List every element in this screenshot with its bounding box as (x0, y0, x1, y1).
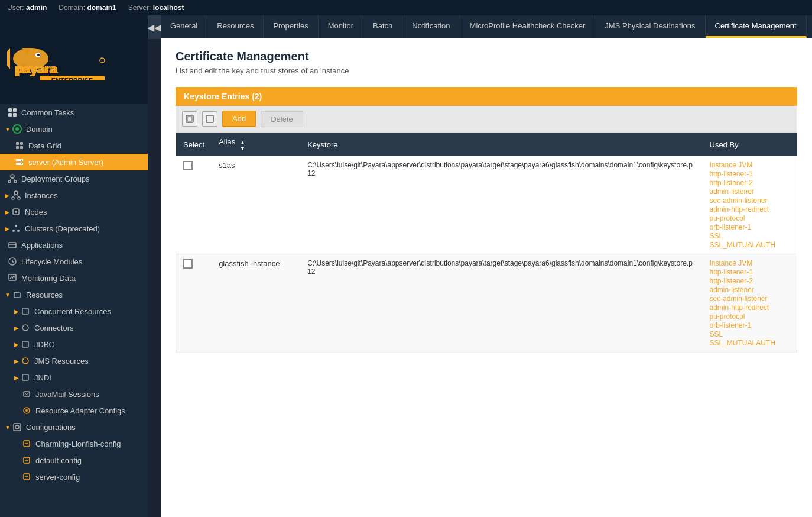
used-by-link[interactable]: Instance JVM (710, 161, 790, 169)
sidebar-item-applications[interactable]: Applications (0, 237, 148, 253)
sidebar-item-default-config[interactable]: default-config (0, 452, 148, 468)
applications-label: Applications (21, 241, 63, 250)
tab-batch[interactable]: Batch (363, 15, 402, 38)
jms-label: JMS Resources (34, 357, 89, 366)
javamail-icon (21, 389, 32, 399)
sidebar-item-server-admin[interactable]: server (Admin Server) (0, 154, 148, 170)
svg-point-55 (15, 425, 19, 429)
used-by-link[interactable]: SSL_MUTUALAUTH (710, 339, 790, 347)
svg-point-27 (8, 180, 11, 183)
sidebar-item-instances[interactable]: ▶ Instances (0, 187, 148, 203)
col-alias[interactable]: Alias ▲▼ (212, 133, 300, 156)
svg-line-30 (12, 178, 15, 180)
used-by-link[interactable]: http-listener-2 (710, 277, 790, 285)
sidebar-item-domain[interactable]: ▼ Domain (0, 121, 148, 137)
sidebar-item-jdbc[interactable]: ▶ JDBC (0, 336, 148, 353)
used-by-link[interactable]: orb-listener-1 (710, 321, 790, 329)
svg-rect-19 (20, 142, 23, 145)
col-keystore: Keystore (300, 133, 702, 156)
delete-button[interactable]: Delete (261, 111, 303, 127)
svg-rect-21 (20, 146, 23, 149)
svg-point-53 (25, 409, 28, 412)
sidebar-item-common-tasks[interactable]: Common Tasks (0, 104, 148, 121)
svg-rect-51 (24, 392, 30, 396)
used-by-link[interactable]: SSL (710, 232, 790, 240)
jndi-arrow: ▶ (14, 374, 19, 381)
sidebar-item-nodes[interactable]: ▶ Nodes (0, 203, 148, 220)
server-config-icon (21, 471, 32, 482)
sidebar-item-monitoring[interactable]: Monitoring Data (0, 270, 148, 286)
connectors-icon (20, 322, 31, 333)
used-by-link[interactable]: http-listener-1 (710, 170, 790, 178)
charming-icon (21, 438, 32, 449)
row-checkbox[interactable] (183, 161, 193, 170)
page-content: Certificate Management List and edit the… (161, 38, 812, 517)
tab-jms[interactable]: JMS Physical Destinations (595, 15, 705, 38)
toolbar-select-all-button[interactable] (182, 111, 197, 127)
tab-microprofile[interactable]: MicroProfile Healthcheck Checker (460, 15, 596, 38)
grid-icon (7, 107, 18, 118)
tab-notification[interactable]: Notification (402, 15, 460, 38)
svg-rect-45 (14, 293, 20, 298)
lifecycle-icon (7, 256, 18, 267)
jms-arrow: ▶ (14, 358, 19, 364)
svg-rect-18 (16, 142, 19, 145)
sidebar-item-data-grid[interactable]: Data Grid (0, 137, 148, 154)
table-row: s1asC:\Users\luise\git\Payara\appserver\… (176, 156, 797, 254)
sidebar-item-lifecycle[interactable]: Lifecycle Modules (0, 253, 148, 270)
tab-general[interactable]: General (161, 15, 207, 38)
sidebar-item-clusters[interactable]: ▶ Clusters (Deprecated) (0, 220, 148, 237)
sidebar-item-charming[interactable]: Charming-Lionfish-config (0, 435, 148, 452)
data-grid-label: Data Grid (28, 141, 61, 150)
domain-arrow: ▼ (5, 126, 11, 133)
used-by-link[interactable]: pu-protocol (710, 312, 790, 321)
used-by-link[interactable]: Instance JVM (710, 259, 790, 267)
used-by-link[interactable]: pu-protocol (710, 214, 790, 222)
used-by-link[interactable]: http-listener-2 (710, 179, 790, 187)
jndi-label: JNDI (34, 373, 51, 382)
used-by-link[interactable]: admin-http-redirect (710, 303, 790, 312)
used-by-link[interactable]: admin-http-redirect (710, 205, 790, 214)
server-admin-label: server (Admin Server) (28, 158, 103, 167)
sidebar-item-server-config[interactable]: server-config (0, 468, 148, 485)
used-by-link[interactable]: admin-listener (710, 188, 790, 196)
svg-point-32 (12, 197, 14, 199)
used-by-link[interactable]: orb-listener-1 (710, 223, 790, 231)
sidebar-item-javamail[interactable]: JavaMail Sessions (0, 386, 148, 402)
svg-point-31 (14, 191, 18, 195)
sidebar-collapse-button[interactable]: ◀◀ (148, 15, 161, 39)
sidebar-item-configurations[interactable]: ▼ Configurations (0, 419, 148, 435)
header-bar: User: admin Domain: domain1 Server: loca… (0, 0, 812, 15)
svg-point-9 (100, 58, 105, 63)
toolbar-deselect-button[interactable] (202, 111, 217, 127)
sidebar-item-resources[interactable]: ▼ Resources (0, 286, 148, 303)
jdbc-arrow: ▶ (14, 341, 19, 348)
row-checkbox[interactable] (183, 259, 193, 269)
svg-text:ENTERPRISE: ENTERPRISE (51, 77, 93, 80)
section-header: Keystore Entries (2) (176, 87, 797, 106)
svg-rect-50 (22, 374, 28, 380)
add-button[interactable]: Add (222, 111, 256, 127)
tab-monitor[interactable]: Monitor (319, 15, 363, 38)
connectors-arrow: ▶ (14, 325, 19, 331)
resources-arrow: ▼ (5, 292, 11, 298)
used-by-link[interactable]: sec-admin-listener (710, 196, 790, 205)
sidebar-item-connectors[interactable]: ▶ Connectors (0, 319, 148, 336)
tab-properties[interactable]: Properties (264, 15, 318, 38)
svg-point-3 (37, 54, 40, 56)
tab-resources[interactable]: Resources (207, 15, 264, 38)
used-by-link[interactable]: admin-listener (710, 286, 790, 294)
tab-cert[interactable]: Certificate Management (706, 15, 807, 38)
sidebar-item-concurrent[interactable]: ▶ Concurrent Resources (0, 303, 148, 319)
nodes-icon (11, 206, 21, 217)
clusters-icon (11, 223, 21, 234)
sidebar-item-resource-adapter[interactable]: Resource Adapter Configs (0, 402, 148, 419)
sidebar-item-jms[interactable]: ▶ JMS Resources (0, 353, 148, 369)
used-by-link[interactable]: SSL_MUTUALAUTH (710, 241, 790, 249)
used-by-link[interactable]: sec-admin-listener (710, 295, 790, 303)
resource-adapter-label: Resource Adapter Configs (35, 406, 125, 415)
used-by-link[interactable]: http-listener-1 (710, 268, 790, 276)
used-by-link[interactable]: SSL (710, 330, 790, 338)
sidebar-item-deployment-groups[interactable]: Deployment Groups (0, 170, 148, 187)
sidebar-item-jndi[interactable]: ▶ JNDI (0, 369, 148, 386)
